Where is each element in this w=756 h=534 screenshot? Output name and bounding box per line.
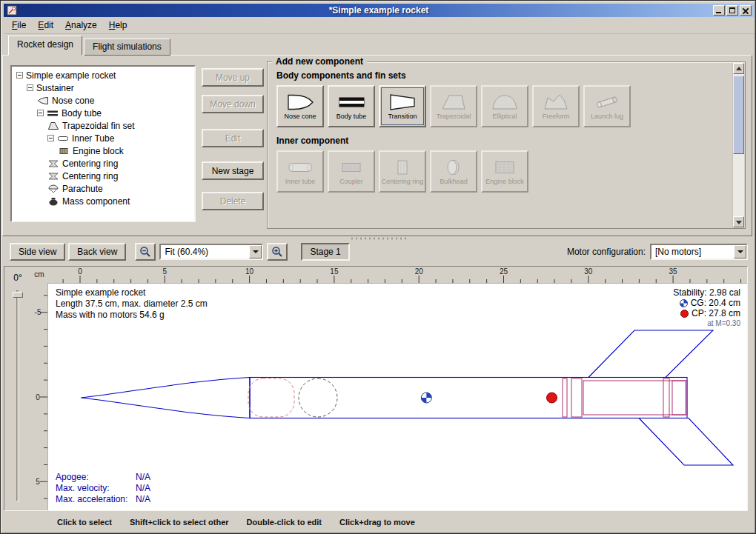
add-inner-tube-button[interactable]: Inner tube (276, 150, 324, 193)
tree-item-label: Trapezoidal fin set (62, 121, 135, 131)
zoom-select-arrow[interactable] (249, 245, 262, 258)
stability-value: Stability: 2.98 cal (673, 287, 740, 298)
tree-item-sustainer[interactable]: Sustainer (13, 81, 193, 94)
component-button-row: Inner tubeCouplerCentering ringBulkheadE… (276, 150, 745, 193)
flight-row-apogee-: Apogee:N/A (56, 472, 150, 483)
menu-edit[interactable]: Edit (32, 18, 59, 33)
add-coupler-button[interactable]: Coupler (328, 150, 375, 193)
add-launch-lug-button[interactable]: Launch lug (583, 85, 631, 127)
add-freeform-button[interactable]: Freeform (532, 85, 580, 127)
add-centering-ring-button[interactable]: Centering ring (379, 150, 426, 193)
motor-config-value: [No motors] (651, 246, 734, 258)
add-nose-cone-button[interactable]: Nose cone (276, 85, 324, 127)
stage-1-toggle[interactable]: Stage 1 (301, 243, 349, 261)
add-component-title: Add new component (272, 56, 367, 67)
tab-flight-simulations[interactable]: Flight simulations (84, 39, 170, 56)
cg-value: CG: 20.4 cm (691, 298, 740, 308)
component-button-row: Nose coneBody tubeTransitionTrapezoidalE… (276, 85, 745, 127)
rotation-slider[interactable] (13, 290, 23, 501)
tree-item-trapezoidal-fin-set[interactable]: Trapezoidal fin set (13, 119, 193, 132)
tree-item-simple-example-rocket[interactable]: Simple example rocket (13, 69, 193, 81)
tree-item-mass-component[interactable]: Mass component (13, 195, 193, 207)
tree-item-label: Engine block (73, 146, 124, 156)
tree-item-engine-block[interactable]: Engine block (13, 144, 193, 157)
tree-expander-icon[interactable] (47, 135, 54, 141)
component-tree[interactable]: Simple example rocketSustainerNose coneB… (10, 65, 196, 222)
slider-handle[interactable] (13, 292, 23, 298)
tree-expander-icon[interactable] (37, 110, 44, 116)
engineblock-icon (58, 147, 70, 156)
move-down-button[interactable]: Move down (202, 95, 264, 113)
rotation-value: 0° (4, 273, 31, 283)
svg-text:-5: -5 (35, 308, 42, 316)
menu-help[interactable]: Help (103, 18, 133, 33)
delete-button[interactable]: Delete (202, 192, 264, 210)
tree-item-parachute[interactable]: Parachute (13, 182, 193, 195)
menu-file[interactable]: File (6, 18, 32, 33)
add-elliptical-button[interactable]: Elliptical (481, 85, 528, 127)
mass-component-outline (299, 378, 337, 417)
component-sections: Body components and fin setsNose coneBod… (268, 70, 745, 193)
component-button-label: Centering ring (382, 178, 424, 185)
new-stage-button[interactable]: New stage (202, 161, 264, 180)
bodytube-icon (47, 109, 59, 118)
zoom-in-icon (271, 246, 283, 258)
move-up-button[interactable]: Move up (202, 68, 264, 87)
add-trapezoidal-button[interactable]: Trapezoidal (430, 85, 477, 127)
cp-legend-icon (680, 310, 689, 318)
app-icon[interactable] (7, 5, 17, 16)
zoom-out-button[interactable] (135, 243, 156, 261)
tree-item-nose-cone[interactable]: Nose cone (13, 94, 193, 107)
rocket-drawing[interactable]: Simple example rocket Length 37.5 cm, ma… (47, 283, 747, 510)
tree-item-label: Nose cone (52, 96, 94, 106)
menu-analyze[interactable]: Analyze (59, 18, 103, 33)
component-scrollbar[interactable] (732, 63, 744, 227)
tree-item-centering-ring[interactable]: Centering ring (13, 170, 193, 182)
tree-item-inner-tube[interactable]: Inner Tube (13, 132, 193, 144)
arrow-up-icon (736, 67, 742, 70)
flight-row-max-acceleration-: Max. acceleration:N/A (56, 494, 150, 505)
centeringring-icon (47, 159, 59, 168)
arrow-down-icon (736, 221, 742, 224)
tree-item-body-tube[interactable]: Body tube (13, 107, 193, 119)
zoom-in-button[interactable] (267, 243, 288, 261)
status-hint: Click to select (57, 518, 112, 527)
tree-expander-icon[interactable] (16, 72, 23, 79)
add-component-panel: Add new component Body components and fi… (267, 61, 746, 229)
component-button-label: Engine block (485, 178, 524, 185)
add-bulkhead-button[interactable]: Bulkhead (430, 150, 477, 193)
minimize-button[interactable] (713, 5, 725, 16)
add-transition-button[interactable]: Transition (379, 85, 426, 127)
edit-button[interactable]: Edit (202, 129, 264, 147)
rocket-info: Simple example rocket Length 37.5 cm, ma… (56, 287, 208, 321)
engine-block-icon (490, 158, 520, 177)
scroll-up-button[interactable] (733, 63, 744, 74)
close-button[interactable] (740, 5, 752, 16)
back-view-button[interactable]: Back view (68, 243, 126, 261)
mass-icon (47, 197, 59, 206)
tree-expander-icon[interactable] (27, 84, 33, 91)
zoom-select[interactable]: Fit (60.4%) (159, 244, 263, 260)
tab-strip: Rocket designFlight simulations (8, 36, 172, 56)
motor-config-select[interactable]: [No motors] (650, 244, 748, 260)
title-bar[interactable]: *Simple example rocket (4, 4, 754, 17)
status-hint: Click+drag to move (339, 518, 415, 527)
parachute-icon (47, 184, 59, 193)
side-view-button[interactable]: Side view (10, 243, 65, 261)
cg-symbol (421, 393, 431, 403)
scroll-down-button[interactable] (733, 216, 744, 227)
motor-config-arrow[interactable] (734, 245, 746, 258)
tab-rocket-design[interactable]: Rocket design (8, 36, 82, 56)
window-title: *Simple example rocket (4, 5, 754, 16)
centeringring-icon (47, 172, 59, 181)
tree-item-label: Body tube (62, 108, 102, 119)
svg-text:0: 0 (36, 393, 40, 401)
cp-value: CP: 27.8 cm (692, 308, 740, 318)
add-engine-block-button[interactable]: Engine block (481, 150, 528, 193)
add-body-tube-button[interactable]: Body tube (328, 85, 375, 127)
maximize-button[interactable] (726, 5, 738, 16)
tree-item-centering-ring[interactable]: Centering ring (13, 157, 193, 170)
scrollbar-thumb[interactable] (733, 76, 744, 154)
fin-upper (588, 330, 713, 378)
ruler-unit-label: cm (31, 270, 47, 278)
